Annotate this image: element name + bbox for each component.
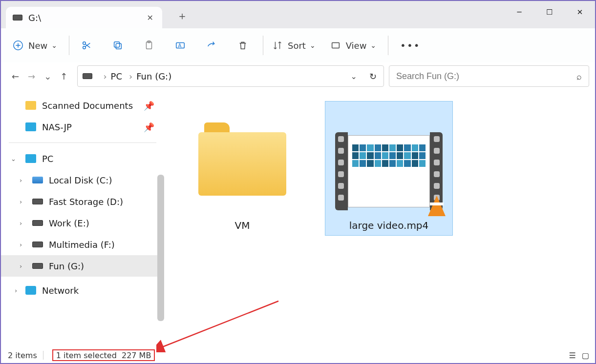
new-button[interactable]: New ⌄ [7,35,63,56]
up-button[interactable]: ↑ [60,71,67,81]
sidebar-item-local-disk-c[interactable]: › Local Disk (C:) [1,169,164,191]
pin-icon: 📌 [144,101,154,111]
plus-circle-icon [13,40,23,51]
sidebar-item-label: NAS-JP [42,122,72,132]
share-button[interactable] [197,35,226,56]
svg-rect-3 [116,43,121,49]
trash-icon [237,40,248,51]
sidebar: Scanned Documents 📌 NAS-JP 📌 ⌄ PC › Loca… [1,92,164,348]
explorer-tab[interactable]: G:\ ✕ [6,7,162,28]
toolbar: New ⌄ A Sort ⌄ View ⌄ ••• [1,28,595,62]
sidebar-item-label: Multimedia (F:) [49,240,115,250]
navigation-row: ← → ⌄ ↑ › PC › Fun (G:) ⌄ ↻ ⌕ [1,62,595,92]
history-button[interactable]: ⌄ [44,71,51,81]
svg-rect-9 [332,43,339,48]
sidebar-item-scanned-documents[interactable]: Scanned Documents 📌 [1,95,164,116]
status-selection: 1 item selected [56,351,117,360]
copy-button[interactable] [104,35,132,56]
address-history-button[interactable]: ⌄ [351,72,357,81]
view-icon [330,40,341,51]
more-button[interactable]: ••• [391,35,429,56]
disk-icon [32,263,43,269]
file-label: large video.mp4 [349,220,429,231]
share-icon [206,40,217,51]
file-item-large-video[interactable]: large video.mp4 [325,101,452,235]
chevron-right-icon: › [103,71,106,81]
back-button[interactable]: ← [12,71,19,81]
copy-icon [112,40,123,51]
forward-button[interactable]: → [28,71,35,81]
search-icon[interactable]: ⌕ [576,71,582,81]
chevron-down-icon: ⌄ [370,41,376,49]
drive-icon [83,73,92,79]
minimize-button[interactable]: ─ [504,1,534,23]
disk-icon [32,220,43,226]
delete-button[interactable] [229,35,257,56]
svg-rect-4 [114,42,120,47]
cut-button[interactable] [72,35,101,56]
sort-icon [272,40,283,51]
paste-button[interactable] [135,35,163,56]
breadcrumb-pc[interactable]: PC [111,71,122,81]
close-button[interactable]: ✕ [565,1,595,23]
disk-icon [32,242,43,247]
sidebar-item-fast-storage-d[interactable]: › Fast Storage (D:) [1,191,164,212]
chevron-right-icon[interactable]: › [20,198,22,205]
chevron-down-icon[interactable]: ⌄ [11,155,16,162]
tab-close-icon[interactable]: ✕ [147,13,153,22]
add-tab-button[interactable]: ＋ [177,9,188,23]
thumbnails-view-button[interactable]: ▢ [582,351,589,360]
svg-text:A: A [178,43,181,48]
network-icon [25,286,36,295]
sidebar-item-label: Fun (G:) [49,261,84,271]
status-size: 227 MB [122,351,151,360]
maximize-button[interactable]: ☐ [534,1,565,23]
sort-button[interactable]: Sort ⌄ [266,35,321,56]
sidebar-item-label: Fast Storage (D:) [49,197,123,207]
folder-icon [198,122,286,196]
sidebar-item-label: Work (E:) [49,218,89,228]
titlebar: G:\ ✕ ＋ ─ ☐ ✕ [1,1,595,28]
address-bar[interactable]: › PC › Fun (G:) ⌄ ↻ [77,65,384,87]
sidebar-item-label: Scanned Documents [42,101,133,111]
view-button[interactable]: View ⌄ [324,35,382,56]
details-view-button[interactable]: ☰ [569,351,576,360]
breadcrumb-current[interactable]: Fun (G:) [136,71,171,81]
status-item-count: 2 items [8,351,37,360]
search-input[interactable] [396,71,582,81]
disk-icon [32,199,43,204]
sidebar-item-nas-jp[interactable]: NAS-JP 📌 [1,116,164,138]
chevron-right-icon[interactable]: › [20,177,22,184]
sidebar-item-work-e[interactable]: › Work (E:) [1,212,164,234]
refresh-button[interactable]: ↻ [369,71,377,81]
chevron-down-icon: ⌄ [51,41,57,49]
chevron-right-icon: › [129,71,132,81]
search-box[interactable]: ⌕ [389,65,589,87]
sidebar-item-label: PC [42,154,53,164]
sidebar-item-label: Local Disk (C:) [49,175,112,185]
file-view: VM [164,92,595,348]
chevron-right-icon[interactable]: › [20,263,22,270]
chevron-right-icon[interactable]: › [15,287,17,294]
disk-icon [32,177,43,183]
rename-button[interactable]: A [166,35,194,56]
chevron-right-icon[interactable]: › [20,241,22,248]
sidebar-item-pc[interactable]: ⌄ PC [1,148,164,169]
file-item-vm-folder[interactable]: VM [179,101,306,235]
scrollbar-thumb[interactable] [157,175,164,321]
video-thumbnail-icon [335,132,443,210]
chevron-down-icon: ⌄ [310,41,316,49]
tab-title: G:\ [28,13,41,23]
sidebar-item-label: Network [42,285,79,296]
sidebar-item-network[interactable]: › Network [1,280,164,301]
chevron-right-icon[interactable]: › [20,220,22,227]
pc-icon [25,154,36,163]
file-label: VM [235,220,250,231]
vlc-cone-icon [428,196,446,216]
drive-icon [13,15,22,20]
scissors-icon [81,40,92,51]
sidebar-item-multimedia-f[interactable]: › Multimedia (F:) [1,234,164,255]
monitor-icon [25,122,36,131]
sidebar-item-fun-g[interactable]: › Fun (G:) [1,255,164,277]
pin-icon: 📌 [144,122,154,132]
